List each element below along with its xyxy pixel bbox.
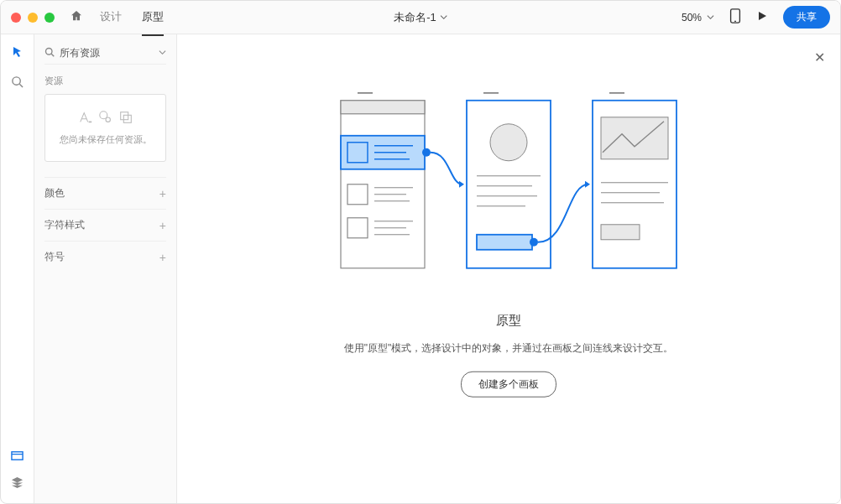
- svg-rect-37: [477, 234, 532, 249]
- panel-symbols-label: 符号: [44, 250, 65, 264]
- svg-line-7: [51, 54, 54, 56]
- svg-point-10: [106, 117, 110, 122]
- svg-rect-39: [609, 91, 624, 93]
- svg-rect-12: [123, 115, 131, 122]
- chevron-down-icon: [159, 49, 166, 58]
- assets-filter-label: 所有资源: [60, 46, 154, 60]
- share-button[interactable]: 共享: [783, 6, 830, 29]
- svg-line-3: [19, 84, 23, 87]
- plus-icon: +: [159, 251, 166, 264]
- assets-sidebar: 所有资源 资源 您尚未保存任何资源。 颜色 + 字符样式 +: [34, 34, 177, 503]
- assets-panel-icon[interactable]: [11, 449, 24, 465]
- left-rail: [1, 34, 34, 503]
- symbol-icon: [118, 110, 133, 125]
- tab-prototype[interactable]: 原型: [142, 0, 164, 36]
- assets-empty-text: 您尚未保存任何资源。: [52, 133, 159, 146]
- panel-colors[interactable]: 颜色 +: [44, 177, 166, 209]
- prototype-illustration: [332, 91, 685, 287]
- zoom-control[interactable]: 50%: [682, 12, 714, 23]
- plus-icon: +: [159, 187, 166, 200]
- titlebar-right-controls: 50% 共享: [682, 6, 830, 29]
- svg-point-38: [530, 237, 538, 246]
- close-icon[interactable]: ✕: [814, 49, 825, 65]
- svg-point-2: [13, 77, 20, 85]
- assets-heading: 资源: [44, 75, 166, 87]
- svg-point-32: [490, 123, 527, 160]
- panel-colors-label: 颜色: [44, 186, 65, 200]
- svg-rect-15: [341, 100, 425, 113]
- play-icon[interactable]: [756, 10, 768, 24]
- document-title[interactable]: 未命名-1: [394, 10, 447, 25]
- svg-point-6: [46, 49, 53, 55]
- panel-symbols[interactable]: 符号 +: [44, 241, 166, 273]
- left-rail-bottom: [11, 449, 24, 503]
- canvas: ✕: [177, 34, 840, 503]
- tab-design[interactable]: 设计: [100, 0, 122, 36]
- select-tool-icon[interactable]: [12, 46, 24, 60]
- svg-rect-11: [120, 112, 128, 120]
- panel-char-styles-label: 字符样式: [44, 218, 85, 232]
- onboarding-description: 使用"原型"模式，选择设计中的对象，并通过在画板之间连线来设计交互。: [332, 340, 685, 356]
- color-swatch-icon: [98, 110, 113, 125]
- svg-rect-41: [601, 117, 668, 158]
- chevron-down-icon: [440, 13, 447, 21]
- plus-icon: +: [159, 219, 166, 232]
- search-icon[interactable]: [11, 75, 24, 91]
- svg-rect-13: [358, 91, 373, 93]
- main-area: 所有资源 资源 您尚未保存任何资源。 颜色 + 字符样式 +: [1, 34, 840, 503]
- svg-rect-30: [483, 91, 499, 93]
- assets-filter[interactable]: 所有资源: [44, 43, 166, 65]
- zoom-value: 50%: [682, 12, 702, 23]
- app-window: 设计 原型 未命名-1 50% 共享: [0, 0, 841, 504]
- svg-point-29: [422, 148, 431, 156]
- asset-well: 您尚未保存任何资源。: [44, 94, 166, 162]
- chevron-down-icon: [707, 13, 714, 21]
- titlebar: 设计 原型 未命名-1 50% 共享: [1, 1, 840, 34]
- device-preview-icon[interactable]: [729, 8, 741, 26]
- text-style-icon: [78, 110, 93, 125]
- home-icon[interactable]: [70, 9, 83, 26]
- document-title-text: 未命名-1: [394, 10, 436, 25]
- svg-rect-45: [601, 224, 640, 239]
- layers-panel-icon[interactable]: [11, 476, 24, 491]
- search-icon: [44, 47, 55, 60]
- close-window-button[interactable]: [11, 13, 21, 23]
- svg-rect-4: [12, 452, 23, 460]
- create-artboards-button[interactable]: 创建多个画板: [461, 371, 556, 397]
- minimize-window-button[interactable]: [28, 13, 38, 23]
- asset-placeholder-icons: [52, 110, 159, 125]
- traffic-lights: [11, 13, 55, 23]
- panel-char-styles[interactable]: 字符样式 +: [44, 209, 166, 241]
- onboarding-panel: 原型 使用"原型"模式，选择设计中的对象，并通过在画板之间连线来设计交互。 创建…: [332, 91, 685, 397]
- mode-tabs: 设计 原型: [100, 0, 164, 36]
- onboarding-heading: 原型: [332, 312, 685, 328]
- maximize-window-button[interactable]: [44, 13, 55, 23]
